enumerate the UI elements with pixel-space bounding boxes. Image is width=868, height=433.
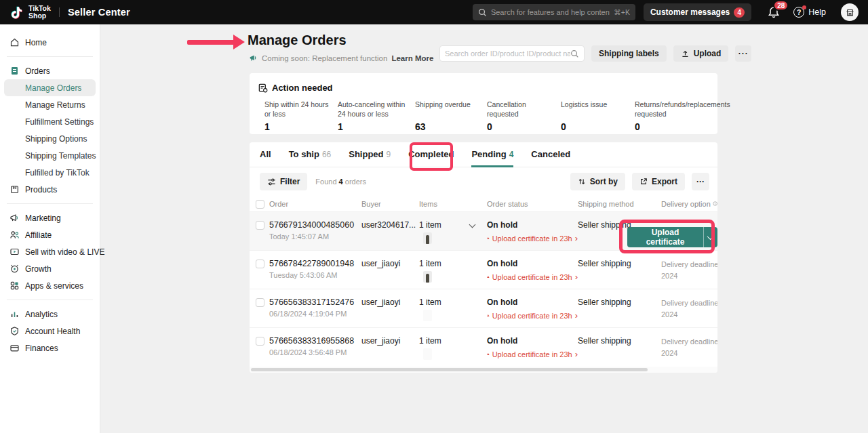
sidebar-item-growth[interactable]: Growth — [0, 260, 100, 277]
upload-certificate-warning[interactable]: Upload certificate in 23h › — [487, 311, 578, 320]
stat-shipping-overdue[interactable]: Shipping overdue 63 — [415, 100, 487, 132]
filter-button[interactable]: Filter — [260, 173, 307, 190]
sidebar-item-fulfilled-by-tiktok[interactable]: Fulfilled by TikTok — [0, 164, 100, 181]
sidebar-item-account-health[interactable]: Account Health — [0, 323, 100, 339]
notifications-button[interactable]: 28 — [765, 3, 783, 21]
upload-certificate-split-button: Upload certificate — [627, 227, 717, 247]
order-row[interactable]: 576656383317152476 06/18/2024 4:19:04 PM… — [250, 289, 717, 327]
sidebar-item-products[interactable]: Products — [0, 181, 100, 198]
items-cell: 1 item — [419, 259, 487, 283]
sort-icon — [578, 178, 586, 186]
buyer-cell[interactable]: user_jiaoyi — [361, 259, 419, 268]
tab-completed[interactable]: Completed — [408, 149, 454, 167]
sort-by-button[interactable]: Sort by — [570, 173, 625, 190]
upload-button[interactable]: Upload — [673, 45, 729, 62]
buyer-cell[interactable]: user_jiaoyi — [361, 297, 419, 307]
shop-avatar[interactable] — [841, 3, 859, 21]
stat-ship-within-24h[interactable]: Ship within 24 hours or less 1 — [264, 100, 338, 132]
order-id[interactable]: 576679134000485060 — [269, 220, 361, 230]
header-more-button[interactable]: ··· — [735, 45, 751, 62]
sidebar-item-shipping-templates[interactable]: Shipping Templates — [0, 147, 100, 164]
search-icon — [570, 49, 579, 58]
delivery-cell: Delivery deadline: J 2024 — [661, 297, 717, 320]
sidebar-item-manage-orders[interactable]: Manage Orders — [4, 79, 96, 96]
announcement-megaphone-icon — [249, 54, 258, 62]
stat-cancellation-requested[interactable]: Cancellation requested 0 — [487, 100, 561, 132]
order-time: 06/18/2024 3:56:48 PM — [269, 348, 361, 356]
stat-logistics-issue[interactable]: Logistics issue 0 — [561, 100, 635, 132]
order-id[interactable]: 576656383316955868 — [269, 336, 361, 346]
sidebar-item-manage-returns[interactable]: Manage Returns — [0, 96, 100, 113]
global-search-input[interactable] — [491, 8, 610, 16]
upload-certificate-warning[interactable]: Upload certificate in 23h › — [487, 350, 578, 358]
help-button[interactable]: ? Help — [793, 7, 826, 18]
product-thumbnail[interactable] — [423, 232, 432, 244]
shield-icon — [9, 326, 20, 336]
search-shortcut: ⌘+K — [614, 8, 630, 16]
sidebar-item-apps-services[interactable]: Apps & services — [0, 277, 100, 294]
learn-more-link[interactable]: Learn More — [391, 54, 433, 62]
upload-certificate-button[interactable]: Upload certificate — [627, 227, 703, 247]
product-thumbnail[interactable] — [423, 310, 432, 321]
export-button[interactable]: Export — [632, 173, 685, 190]
buyer-cell[interactable]: user_jiaoyi — [361, 336, 419, 346]
row-checkbox[interactable] — [256, 260, 264, 268]
buyer-cell[interactable]: user3204617... — [361, 220, 419, 230]
chevron-right-icon: › — [575, 234, 578, 243]
sidebar-item-analytics[interactable]: Analytics — [0, 306, 100, 323]
sidebar-item-marketing[interactable]: Marketing — [0, 209, 100, 226]
upload-certificate-warning[interactable]: Upload certificate in 23h › — [487, 272, 578, 281]
sidebar-item-home[interactable]: Home — [0, 34, 100, 51]
stat-auto-canceling[interactable]: Auto-canceling within 24 hours or less 1 — [338, 100, 415, 132]
customer-messages-button[interactable]: Customer messages 4 — [644, 3, 751, 21]
announcement-text: Coming soon: Replacement function — [262, 54, 387, 62]
export-icon — [639, 178, 648, 186]
items-count: 1 item — [419, 297, 487, 307]
order-row[interactable]: 576656383316955868 06/18/2024 3:56:48 PM… — [250, 327, 717, 366]
select-all-checkbox[interactable] — [256, 200, 264, 209]
sidebar-item-fulfillment-settings[interactable]: Fulfillment Settings — [0, 113, 100, 130]
row-checkbox[interactable] — [256, 221, 264, 230]
order-search-input[interactable] — [445, 49, 570, 58]
table-more-button[interactable]: ··· — [692, 173, 709, 190]
order-status: On hold — [487, 297, 578, 307]
sidebar-divider — [7, 203, 93, 204]
order-id[interactable]: 576678422789001948 — [269, 259, 361, 268]
order-search[interactable] — [439, 45, 585, 62]
product-thumbnail[interactable] — [423, 271, 432, 283]
tab-pending[interactable]: Pending4 — [471, 149, 513, 167]
sidebar-divider — [7, 300, 93, 300]
tab-all[interactable]: All — [260, 149, 271, 167]
announcement-bar: Coming soon: Replacement function Learn … — [249, 54, 433, 62]
info-icon[interactable] — [713, 200, 717, 207]
items-cell: 1 item — [419, 297, 487, 321]
shipping-method-cell: Seller shipping — [578, 336, 661, 346]
product-thumbnail[interactable] — [423, 348, 432, 360]
row-checkbox[interactable] — [256, 337, 264, 346]
order-status: On hold — [487, 259, 578, 268]
upload-certificate-dropdown-button[interactable] — [703, 227, 717, 247]
sidebar-item-shipping-options[interactable]: Shipping Options — [0, 130, 100, 147]
global-search[interactable]: ⌘+K — [473, 4, 635, 20]
upload-certificate-warning[interactable]: Upload certificate in 23h › — [487, 234, 578, 243]
items-cell: 1 item — [419, 336, 487, 360]
page-title: Manage Orders — [248, 33, 347, 48]
tab-shipped[interactable]: Shipped9 — [349, 149, 391, 167]
order-id[interactable]: 576656383317152476 — [269, 297, 361, 307]
sidebar-item-sell-with-video-live[interactable]: Sell with video & LIVE — [0, 243, 100, 260]
sidebar-item-affiliate[interactable]: Affiliate — [0, 226, 100, 243]
order-row[interactable]: 576678422789001948 Tuesday 5:43:06 AM us… — [250, 250, 717, 289]
sidebar-item-orders[interactable]: Orders — [0, 62, 100, 79]
order-cell: 576656383317152476 06/18/2024 4:19:04 PM — [269, 297, 361, 318]
sidebar: Home Orders Manage Orders Manage Returns… — [0, 24, 100, 433]
row-checkbox[interactable] — [256, 298, 264, 307]
tiktok-shop-logo[interactable]: TikTok Shop — [28, 5, 51, 20]
tab-to-ship[interactable]: To ship66 — [289, 149, 332, 167]
shipping-labels-button[interactable]: Shipping labels — [591, 45, 667, 62]
horizontal-scrollbar-thumb[interactable] — [251, 368, 648, 371]
order-status: On hold — [487, 220, 578, 230]
stat-returns-refunds[interactable]: Returns/refunds/replacements requested 0 — [635, 100, 737, 132]
tab-canceled[interactable]: Canceled — [531, 149, 570, 167]
warning-triangle-icon — [487, 234, 490, 242]
sidebar-item-finances[interactable]: Finances — [0, 339, 100, 356]
